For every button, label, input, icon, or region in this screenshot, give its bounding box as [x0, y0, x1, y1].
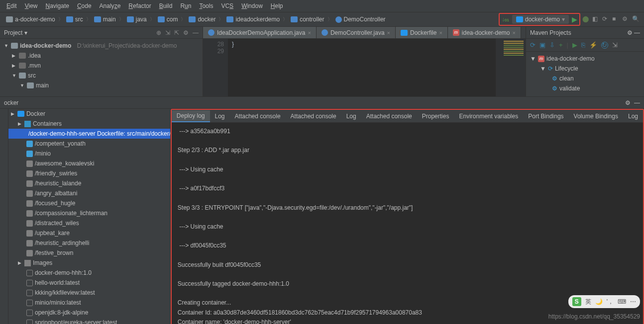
debug-button[interactable]: ⬤	[582, 15, 590, 23]
container-item[interactable]: /upbeat_kare	[8, 228, 170, 238]
tree-node-idea[interactable]: ▶.idea	[0, 51, 203, 61]
tab-volume-bindings[interactable]: Volume Bindings	[569, 111, 623, 122]
container-item[interactable]: /compassionate_lichterman	[8, 208, 170, 218]
tab-attached-console[interactable]: Attached console	[361, 111, 417, 122]
tab-env-vars[interactable]: Environment variables	[454, 111, 523, 122]
images-node[interactable]: ▶Images	[8, 258, 170, 268]
tab-log[interactable]: Log	[341, 111, 361, 122]
docker-root[interactable]: ▶Docker	[8, 109, 170, 119]
toggle-offline-icon[interactable]: ⚡	[589, 41, 597, 49]
breadcrumb-item[interactable]: a-docker-demo	[4, 15, 57, 24]
maven-goal-clean[interactable]: ⚙clean	[526, 74, 644, 83]
tab-deploy-log[interactable]: Deploy log	[172, 110, 210, 122]
containers-node[interactable]: ▶Containers	[8, 119, 170, 129]
image-item[interactable]: docker-demo-hhh:1.0	[8, 268, 170, 278]
arrow-down-icon[interactable]: ↓01	[502, 16, 509, 23]
menu-build[interactable]: Build	[156, 1, 176, 10]
gear-icon[interactable]: ⚙	[183, 29, 189, 36]
show-deps-icon[interactable]: ↻	[601, 42, 608, 49]
moon-icon[interactable]: 🌙	[595, 298, 603, 305]
close-icon[interactable]: ×	[513, 30, 516, 36]
container-item[interactable]: /focused_hugle	[8, 198, 170, 208]
editor-tab[interactable]: Dockerfile×	[396, 27, 448, 38]
breadcrumb-item[interactable]: DemoController	[333, 15, 388, 24]
generate-sources-icon[interactable]: ▣	[539, 41, 545, 49]
container-item[interactable]: /minio	[8, 149, 170, 159]
close-icon[interactable]: ×	[387, 30, 390, 36]
maven-tree[interactable]: ▼midea-docker-demo ▼⟳Lifecycle ⚙clean ⚙v…	[526, 52, 644, 95]
container-item[interactable]: /angry_albattani	[8, 188, 170, 198]
keyboard-icon[interactable]: ⌨	[618, 298, 626, 305]
tab-log[interactable]: Log	[210, 111, 230, 122]
log-output[interactable]: ---> a3562aa0b991 Step 2/3 : ADD *.jar a…	[172, 123, 643, 324]
profile-button[interactable]: ⟳	[602, 15, 610, 23]
menu-analyze[interactable]: Analyze	[96, 1, 124, 10]
collapse-icon[interactable]: ⇲	[165, 29, 170, 36]
tree-node-main[interactable]: ▼main	[0, 81, 203, 90]
download-icon[interactable]: ⇩	[549, 41, 555, 49]
execute-icon[interactable]: ⎘	[581, 41, 585, 49]
close-icon[interactable]: ×	[439, 30, 442, 36]
container-item[interactable]: /distracted_wiles	[8, 218, 170, 228]
gear-icon[interactable]: ⚙	[625, 99, 631, 106]
hide-icon[interactable]: —	[634, 29, 640, 36]
editor-tab[interactable]: DemoController.java×	[317, 27, 396, 38]
tree-node-mvn[interactable]: ▶.mvn	[0, 61, 203, 71]
menu-navigate[interactable]: Navigate	[42, 1, 73, 10]
maven-project-node[interactable]: ▼midea-docker-demo	[526, 54, 644, 64]
refresh-icon[interactable]: ⟳	[530, 41, 536, 49]
update-button[interactable]: ⚙	[622, 15, 630, 23]
docker-tree[interactable]: ▶Docker ▶Containers /docker-demo-hhh-ser…	[8, 109, 171, 324]
close-icon[interactable]: ×	[308, 30, 311, 36]
container-item[interactable]: /friendly_swirles	[8, 168, 170, 178]
run-icon[interactable]: ▶	[572, 41, 577, 49]
more-icon[interactable]: ⋯	[630, 298, 636, 305]
breadcrumb-item[interactable]: src	[64, 15, 85, 24]
tab-attached-console[interactable]: Attached console	[230, 111, 286, 122]
image-item[interactable]: hello-world:latest	[8, 278, 170, 288]
container-item[interactable]: /awesome_kowalevski	[8, 159, 170, 168]
menu-refactor[interactable]: Refactor	[125, 1, 154, 10]
project-view-selector[interactable]: Project ▾	[4, 29, 27, 36]
menu-view[interactable]: View	[21, 1, 41, 10]
run-config-selector[interactable]: docker-demo ▾	[512, 15, 569, 24]
editor-tab[interactable]: IdeaDockerDemoApplication.java×	[203, 27, 317, 38]
breadcrumb-item[interactable]: com	[156, 15, 180, 24]
breadcrumb-item[interactable]: ideadockerdemo	[224, 15, 282, 24]
expand-icon[interactable]: ⇱	[174, 29, 179, 36]
breadcrumb-item[interactable]: java	[125, 15, 149, 24]
search-button[interactable]: 🔍	[632, 15, 640, 23]
menu-vcs[interactable]: VCS	[217, 1, 237, 10]
container-item[interactable]: /heuristic_lalande	[8, 178, 170, 188]
breadcrumb-item[interactable]: docker	[187, 15, 217, 24]
menu-help[interactable]: Help	[267, 1, 287, 10]
container-item[interactable]: /festive_brown	[8, 248, 170, 258]
menu-window[interactable]: Window	[238, 1, 266, 10]
menu-code[interactable]: Code	[74, 1, 95, 10]
punct-icon[interactable]: '，	[607, 298, 614, 306]
hide-icon[interactable]: —	[193, 29, 199, 36]
code-area[interactable]: }	[228, 39, 496, 96]
container-selected[interactable]: /docker-demo-hhh-server Dockerfile: src/…	[8, 129, 170, 139]
breadcrumb-item[interactable]: main	[92, 15, 118, 24]
tab-properties[interactable]: Properties	[417, 111, 454, 122]
breadcrumb-item[interactable]: controller	[289, 15, 326, 24]
image-item[interactable]: minio/minio:latest	[8, 298, 170, 308]
hide-icon[interactable]: —	[634, 99, 640, 106]
menu-tools[interactable]: Tools	[196, 1, 216, 10]
container-item[interactable]: /competent_yonath	[8, 139, 170, 149]
add-icon[interactable]: +	[559, 41, 563, 49]
minimap[interactable]	[496, 39, 526, 96]
tab-log[interactable]: Log	[623, 111, 643, 122]
menu-edit[interactable]: Edit	[3, 1, 20, 10]
menu-run[interactable]: Run	[177, 1, 195, 10]
gear-icon[interactable]: ⚙	[627, 29, 633, 36]
coverage-button[interactable]: ◧	[592, 15, 600, 23]
tab-attached-console[interactable]: Attached console	[286, 111, 341, 122]
project-tree[interactable]: ▼idea-docker-demo D:\xinkerui_Project\id…	[0, 39, 203, 96]
run-button[interactable]: ▶	[572, 15, 577, 23]
lang-indicator[interactable]: 英	[585, 298, 591, 306]
maven-lifecycle-node[interactable]: ▼⟳Lifecycle	[526, 64, 644, 74]
tab-port-bindings[interactable]: Port Bindings	[523, 111, 568, 122]
collapse-all-icon[interactable]: ⇲	[612, 41, 618, 49]
